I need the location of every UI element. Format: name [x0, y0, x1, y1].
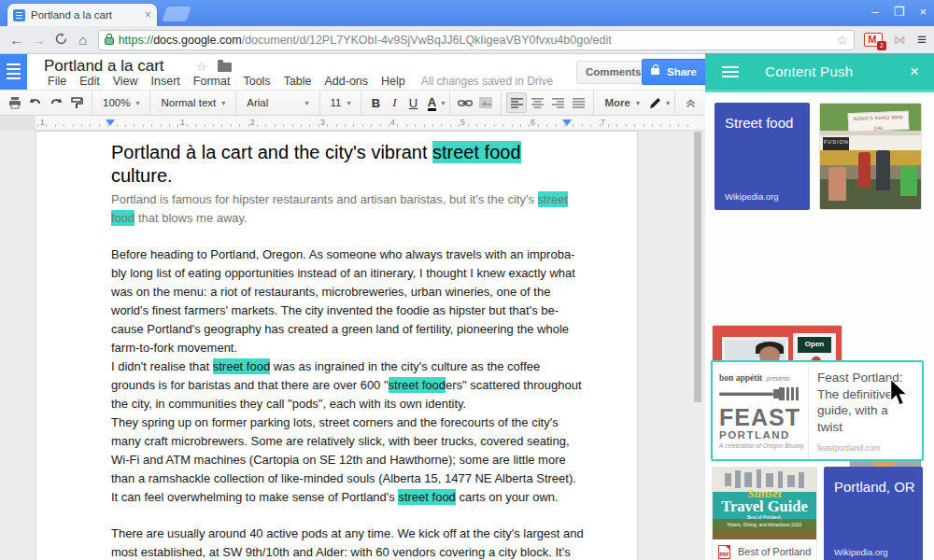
card-title: Feast Portland: The definitive guide, wi… [817, 370, 916, 435]
menu-file[interactable]: File [41, 75, 73, 88]
more-button[interactable]: More▾ [599, 92, 645, 113]
insert-link-button[interactable] [455, 92, 475, 113]
panel-close-icon[interactable]: × [910, 63, 919, 81]
address-bar[interactable]: https://docs.google.com/document/d/12PL7… [98, 30, 856, 50]
card-street-food-wikipedia[interactable]: Street food Wikipedia.org [715, 103, 810, 210]
chrome-menu-icon[interactable]: ≡ [917, 31, 927, 49]
highlighted-text: street food [398, 489, 455, 505]
paragraph-style-select[interactable]: Normal text▾ [155, 92, 231, 113]
photo-food-cart[interactable]: NONG'S KHAO MAN GAI FUSION [819, 103, 922, 210]
new-tab-button[interactable] [162, 7, 191, 21]
card-title: Portland, OR [824, 467, 923, 496]
ruler-number: 2 [250, 118, 255, 127]
menu-addons[interactable]: Add-ons [318, 75, 375, 88]
text-color-button[interactable]: A [422, 95, 441, 111]
secure-lock-icon [105, 37, 114, 45]
indent-marker-left[interactable] [106, 119, 115, 126]
back-button[interactable]: ← [6, 32, 28, 48]
print-button[interactable] [5, 92, 25, 113]
window-restore-button[interactable]: ❐ [894, 4, 905, 21]
edit-mode-dropdown-icon[interactable]: ▾ [666, 99, 670, 107]
align-center-button[interactable] [527, 92, 547, 113]
align-left-button[interactable] [506, 92, 527, 113]
doc-block-body: I didn't realise that street food was as… [111, 357, 581, 413]
zoom-select[interactable]: 100%▾ [97, 92, 145, 113]
doc-block-spacer [111, 228, 581, 245]
browser-tab[interactable]: Portland a la cart × [7, 4, 157, 26]
docs-logo-icon[interactable] [0, 54, 27, 90]
ruler-number: 1 [40, 118, 45, 127]
insert-image-button[interactable] [475, 92, 496, 113]
open-sign: Open [798, 337, 831, 354]
bookmark-star-icon[interactable]: ☆ [837, 33, 849, 48]
browser-toolbar: ← → ⌂ https://docs.google.com/document/d… [0, 26, 934, 54]
window-close-button[interactable]: × [919, 4, 927, 21]
tab-title: Portland a la cart [31, 9, 141, 21]
card-label: Best of Portland [738, 546, 811, 557]
document-scrollbar[interactable] [693, 132, 702, 560]
share-button[interactable]: Share [642, 59, 709, 85]
collapse-toolbar-icon[interactable] [680, 92, 700, 113]
font-size-select[interactable]: 11▾ [325, 92, 357, 113]
highlighted-text: street food [389, 377, 446, 393]
docs-menubar: FileEditViewInsertFormatToolsTableAdd-on… [41, 75, 553, 88]
ruler: 11234567 [0, 116, 705, 131]
reload-button[interactable] [50, 32, 72, 48]
suggestion-cards: Street food Wikipedia.org NONG'S KHAO MA… [705, 95, 934, 560]
bold-button[interactable]: B [366, 96, 385, 110]
tab-close-icon[interactable]: × [145, 8, 151, 21]
panel-menu-icon[interactable] [722, 66, 739, 77]
forward-button[interactable]: → [28, 32, 50, 48]
justify-button[interactable] [568, 92, 588, 113]
menu-view[interactable]: View [106, 75, 145, 88]
italic-button[interactable]: I [385, 95, 403, 110]
card-portland-or-wikipedia[interactable]: Portland, OR Wikipedia.org [824, 467, 923, 560]
ruler-ticks [37, 124, 691, 127]
align-right-button[interactable] [547, 92, 568, 113]
card-sunset-travel-guide[interactable]: Sunset Travel Guide Best of Portland,Hot… [712, 467, 817, 560]
star-document-icon[interactable]: ☆ [196, 60, 207, 74]
undo-button[interactable] [25, 92, 46, 113]
doc-block-spacer [111, 507, 581, 525]
underline-button[interactable]: U [403, 96, 422, 110]
fusion-sign: FUSION [823, 137, 849, 150]
doc-text: Portland à la cart and the city's vibran… [111, 141, 581, 560]
paint-format-button[interactable] [66, 92, 87, 113]
document-page[interactable]: Portland à la cart and the city's vibran… [35, 131, 638, 560]
extension-icon[interactable]: ⋈ [894, 33, 906, 47]
text-color-dropdown-icon[interactable]: ▾ [441, 99, 445, 107]
menu-help[interactable]: Help [375, 75, 412, 88]
cart-banner-text: NONG'S KHAO MAN GAI [848, 111, 909, 133]
redo-button[interactable] [46, 92, 66, 113]
font-select[interactable]: Arial▾ [241, 92, 314, 113]
save-status: All changes saved in Drive [412, 75, 553, 88]
doc-block-body: They spring up on former parking lots, s… [111, 413, 581, 507]
comments-button[interactable]: Comments [576, 61, 650, 84]
document-title[interactable]: Portland a la cart [44, 57, 164, 76]
menu-insert[interactable]: Insert [145, 75, 187, 88]
home-button[interactable]: ⌂ [72, 32, 94, 48]
menu-format[interactable]: Format [187, 75, 237, 88]
gmail-extension-icon[interactable]: 2 [864, 33, 883, 47]
edit-mode-pen-icon[interactable] [645, 92, 666, 113]
window-minimize-button[interactable]: – [872, 4, 879, 21]
screen: Portland a la cart × – ❐ × ← → ⌂ https:/… [0, 0, 934, 560]
menu-table[interactable]: Table [277, 75, 318, 88]
indent-marker-right[interactable] [562, 119, 572, 126]
ruler-number: 6 [531, 118, 535, 127]
url-path: /document/d/12PL7YKObI-4v9SjVwBqJJ6LQkIi… [242, 34, 612, 47]
pdf-icon [718, 545, 730, 559]
scrollbar-thumb[interactable] [694, 132, 701, 402]
card-source: Wikipedia.org [725, 191, 779, 202]
menu-edit[interactable]: Edit [73, 75, 106, 88]
menu-tools[interactable]: Tools [236, 75, 276, 88]
content-push-panel: Content Push × Street food Wikipedia.org… [705, 53, 934, 560]
highlighted-text: street [538, 191, 569, 207]
doc-block-title: Portland à la cart and the city's vibran… [111, 141, 581, 188]
url-host: docs.google.com [153, 34, 242, 47]
url-scheme: https:// [119, 34, 154, 47]
move-to-folder-icon[interactable] [218, 63, 232, 72]
travel-guide-cover: Sunset Travel Guide Best of Portland,Hot… [713, 468, 816, 539]
doc-block-body: There are usually around 40 active pods … [111, 525, 581, 560]
card-feast-portland[interactable]: bon appétit presents FEAST PORTLAND A ce… [711, 360, 924, 461]
